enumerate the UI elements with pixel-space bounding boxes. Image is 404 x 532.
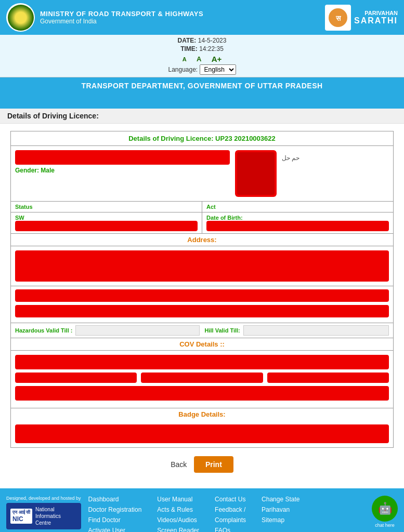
dl-details-table: Details of Driving Licence: UP23 2021000… — [10, 131, 394, 448]
ministry-name: MINISTRY OF ROAD TRANSPORT & HIGHWAYS — [40, 10, 203, 18]
sw-redacted — [15, 221, 198, 231]
date-label: DATE: — [178, 37, 197, 44]
footer-link-doctor-reg[interactable]: Doctor Registration — [88, 506, 142, 513]
status-cell: Status — [11, 202, 202, 212]
dob-label: Date of Birth: — [206, 215, 389, 221]
gov-name: Government of India — [40, 18, 203, 25]
footer-link-find-doctor[interactable]: Find Doctor — [88, 516, 142, 524]
footer-col-2: User Manual Acts & Rules Videos/Audios S… — [157, 496, 199, 532]
font-controls: A A A+ — [183, 55, 222, 63]
footer-link-feedback[interactable]: Feedback / — [215, 506, 246, 513]
nic-abbr: NIC — [12, 515, 30, 523]
time-line: TIME: 14:22:35 — [6, 45, 398, 52]
time-label: TIME: — [180, 45, 198, 52]
lang-label: Language: — [168, 66, 198, 73]
sarathi-logo: स PARIVAHAN SARATHI — [325, 5, 398, 31]
address-title: Address: — [11, 234, 393, 246]
footer-link-videos[interactable]: Videos/Audios — [157, 516, 199, 524]
footer-chatbot[interactable]: 🤖 chat here — [372, 496, 398, 528]
chatbot-icon: 🤖 — [378, 502, 392, 515]
cov-cell-3 — [267, 373, 389, 383]
haz-value — [75, 325, 199, 336]
site-header: MINISTRY OF ROAD TRANSPORT & HIGHWAYS Go… — [0, 0, 404, 35]
urdu-text: حم حل — [282, 154, 299, 162]
footer-link-faqs[interactable]: FAQs — [215, 527, 246, 532]
cov-cell-2 — [141, 373, 263, 383]
footer-link-sitemap[interactable]: Sitemap — [262, 516, 299, 524]
blue-spacer — [0, 94, 404, 109]
back-button[interactable]: Back — [171, 460, 187, 469]
parivahan-label: PARIVAHAN — [354, 10, 398, 16]
footer-link-contact[interactable]: Contact Us — [215, 496, 246, 503]
footer-nic-block: Designed, developed and hosted by एन आई … — [6, 496, 81, 532]
footer-link-change-state[interactable]: Change State — [262, 496, 299, 503]
section-heading-text: Details of Driving Licence: — [7, 112, 99, 120]
footer-link-complaints[interactable]: Complaints — [215, 516, 246, 524]
font-medium[interactable]: A — [197, 55, 201, 63]
footer-link-acts-rules[interactable]: Acts & Rules — [157, 506, 199, 513]
address-redacted — [15, 250, 389, 282]
dept-title-bar: TRANSPORT DEPARTMENT, GOVERNMENT OF UTTA… — [0, 77, 404, 94]
sarathi-label: SARATHI — [354, 16, 398, 25]
cov-block — [11, 351, 393, 408]
dl-sw-dob-row: SW Date of Birth: — [11, 212, 393, 234]
cov-row-1 — [15, 373, 389, 383]
dl-title-row: Details of Driving Licence: UP23 2021000… — [11, 131, 393, 146]
datetime-bar: DATE: 14-5-2023 TIME: 14:22:35 A A A+ La… — [0, 35, 404, 77]
gov-logo — [6, 3, 35, 32]
header-left: MINISTRY OF ROAD TRANSPORT & HIGHWAYS Go… — [6, 3, 203, 32]
chatbot-label: chat here — [375, 523, 395, 528]
haz-label: Hazardous Valid Till : — [15, 327, 72, 334]
footer-link-user-manual[interactable]: User Manual — [157, 496, 199, 503]
status-label: Status — [15, 204, 198, 210]
cov-redacted-1 — [15, 355, 389, 369]
main-content: Details of Driving Licence: UP23 2021000… — [0, 124, 404, 488]
badge-redacted — [15, 424, 389, 443]
footer-col-1: Dashboard Doctor Registration Find Docto… — [88, 496, 142, 532]
footer-designed-text: Designed, developed and hosted by — [6, 496, 81, 501]
dob-cell: Date of Birth: — [202, 212, 393, 233]
haz-hill-row: Hazardous Valid Till : Hill Valid Till: — [11, 323, 393, 338]
chatbot-bubble[interactable]: 🤖 — [372, 496, 398, 522]
date-line: DATE: 14-5-2023 — [6, 37, 398, 44]
font-small[interactable]: A — [183, 56, 187, 62]
section-heading: Details of Driving Licence: — [0, 109, 404, 124]
gender-text: Gender: Male — [15, 167, 230, 174]
print-button[interactable]: Print — [194, 456, 233, 473]
photo-placeholder — [237, 152, 275, 195]
language-row: Language: English Hindi — [6, 64, 398, 75]
urdu-text-block: حم حل — [282, 150, 389, 197]
cov-title: COV Details :: — [11, 338, 393, 351]
nic-hindi: एन आई सी — [12, 510, 30, 515]
language-select[interactable]: English Hindi — [200, 64, 236, 75]
footer-link-dashboard[interactable]: Dashboard — [88, 496, 142, 503]
sw-cell: SW — [11, 212, 202, 233]
footer-link-screen-reader[interactable]: Screen Reader — [157, 527, 199, 532]
hill-label: Hill Valid Till: — [205, 327, 240, 334]
header-right: स PARIVAHAN SARATHI — [325, 5, 398, 31]
footer-col-4: Change State Parihavan Sitemap — [262, 496, 299, 532]
sarathi-icon: स — [325, 5, 351, 31]
badge-title: Badge Details: — [11, 408, 393, 420]
dl-status-row: Status Act — [11, 202, 393, 212]
badge-title-text: Badge Details: — [178, 410, 225, 418]
cov-cell-1 — [15, 373, 137, 383]
cov-redacted-2 — [15, 386, 389, 401]
dept-title: TRANSPORT DEPARTMENT, GOVERNMENT OF UTTA… — [81, 82, 322, 90]
hill-value — [243, 325, 389, 336]
sw-label: SW — [15, 215, 198, 221]
font-large[interactable]: A+ — [212, 55, 222, 63]
action-bar: Back Print — [10, 456, 394, 473]
badge-block — [11, 420, 393, 447]
footer-col-3: Contact Us Feedback / Complaints FAQs — [215, 496, 246, 532]
footer-link-activate-user[interactable]: Activate User — [88, 527, 142, 532]
validity-block — [11, 286, 393, 323]
nic-full-name: National Informatics Centre — [35, 506, 61, 526]
act-cell: Act — [202, 202, 393, 212]
nic-logo: एन आई सी NIC — [10, 509, 32, 524]
address-title-text: Address: — [187, 236, 216, 244]
dl-info-section: Gender: Male حم حل — [11, 146, 393, 202]
footer-link-parihavan[interactable]: Parihavan — [262, 506, 299, 513]
name-redacted — [15, 150, 230, 165]
dl-name-gender: Gender: Male — [15, 150, 230, 197]
